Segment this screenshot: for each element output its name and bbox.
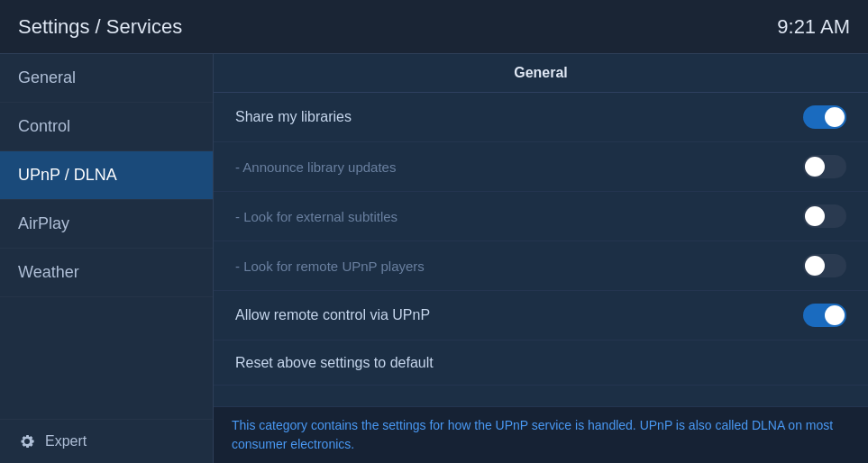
setting-external-subtitles[interactable]: - Look for external subtitles [214,192,868,241]
toggle-share-libraries[interactable] [803,105,846,129]
toggle-remote-upnp[interactable] [803,254,846,277]
sidebar-item-control[interactable]: Control [0,103,213,151]
setting-label-allow-remote-control: Allow remote control via UPnP [235,307,430,323]
section-title: General [214,54,868,93]
info-bar: This category contains the settings for … [214,406,868,463]
setting-label-share-libraries: Share my libraries [235,109,352,125]
reset-settings-label: Reset above settings to default [235,355,434,371]
toggle-announce-library[interactable] [803,155,846,178]
sidebar-item-weather[interactable]: Weather [0,249,213,297]
toggle-allow-remote-control[interactable] [803,304,846,327]
sidebar-item-airplay[interactable]: AirPlay [0,200,213,249]
sidebar-item-general[interactable]: General [0,54,213,103]
sidebar: General Control UPnP / DLNA AirPlay Weat… [0,54,214,463]
settings-panel: General Share my libraries - Announce li… [214,54,868,406]
sidebar-nav: General Control UPnP / DLNA AirPlay Weat… [0,54,213,419]
main-layout: General Control UPnP / DLNA AirPlay Weat… [0,54,868,463]
header: Settings / Services 9:21 AM [0,0,868,54]
gear-icon [18,432,36,450]
setting-allow-remote-control[interactable]: Allow remote control via UPnP [214,291,868,340]
page-title: Settings / Services [18,15,182,39]
content-area: General Share my libraries - Announce li… [214,54,868,463]
reset-settings-button[interactable]: Reset above settings to default [214,340,868,386]
setting-share-libraries[interactable]: Share my libraries [214,93,868,142]
clock: 9:21 AM [777,15,850,39]
setting-announce-library[interactable]: - Announce library updates [214,142,868,192]
setting-remote-upnp[interactable]: - Look for remote UPnP players [214,241,868,291]
setting-label-remote-upnp: - Look for remote UPnP players [235,259,425,274]
info-text: This category contains the settings for … [232,418,833,451]
sidebar-item-upnp-dlna[interactable]: UPnP / DLNA [0,151,213,200]
setting-label-external-subtitles: - Look for external subtitles [235,209,397,224]
toggle-external-subtitles[interactable] [803,204,846,228]
setting-label-announce-library: - Announce library updates [235,159,396,175]
expert-button[interactable]: Expert [0,419,213,463]
expert-label: Expert [45,433,87,449]
